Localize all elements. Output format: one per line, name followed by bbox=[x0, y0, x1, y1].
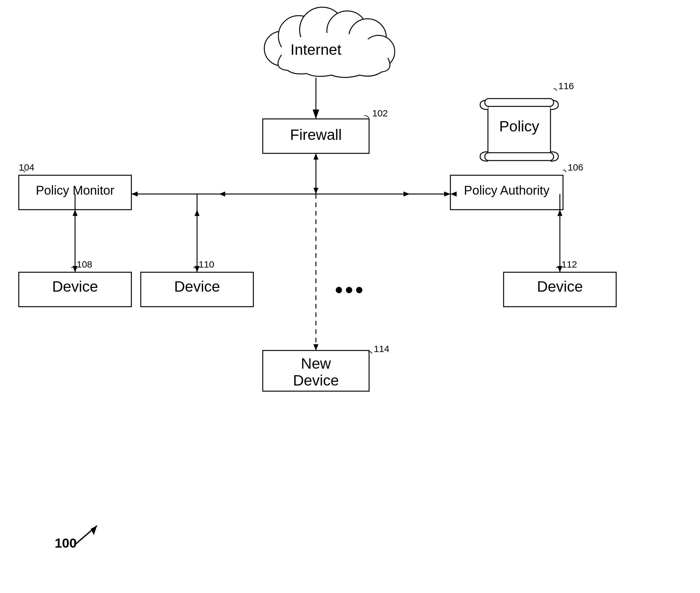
firewall-ref: 102 bbox=[372, 108, 388, 118]
network-diagram: Internet Firewall 102 Policy Monitor 104… bbox=[0, 0, 700, 593]
bus-to-pm-arrowhead bbox=[131, 192, 138, 197]
device3-label: Device bbox=[537, 278, 583, 295]
policy-authority-label: Policy Authority bbox=[464, 183, 549, 197]
svg-rect-10 bbox=[485, 153, 553, 161]
svg-text:Policy: Policy bbox=[499, 118, 539, 134]
down-arrowhead bbox=[314, 188, 318, 194]
diagram-number-arrowhead bbox=[91, 526, 97, 535]
svg-rect-9 bbox=[485, 98, 553, 106]
internet-label: Internet bbox=[291, 41, 341, 58]
device3-to-bus-arrowhead bbox=[558, 210, 562, 216]
center-left-arrowhead bbox=[219, 192, 225, 197]
center-right-arrowhead bbox=[404, 192, 410, 197]
new-device-label-line1: New bbox=[301, 355, 331, 372]
device1-ref: 108 bbox=[77, 259, 92, 269]
device2-ref: 110 bbox=[199, 259, 214, 269]
policy-authority-ref: 106 bbox=[568, 162, 583, 172]
diagram-number: 100 bbox=[55, 536, 77, 550]
device2-to-bus-arrowhead bbox=[195, 210, 200, 216]
bus-to-newdevice-arrowhead bbox=[314, 344, 318, 351]
device2-label: Device bbox=[174, 278, 220, 295]
up-arrowhead bbox=[314, 153, 318, 160]
device1-to-bus-arrowhead bbox=[73, 210, 78, 216]
policy-monitor-ref: 104 bbox=[19, 162, 34, 172]
new-device-ref: 114 bbox=[374, 344, 389, 354]
policy-ref: 116 bbox=[558, 81, 574, 91]
policy-scroll: Policy bbox=[480, 98, 558, 161]
firewall-ref-bracket bbox=[364, 116, 369, 118]
bus-to-pa-arrowhead bbox=[444, 192, 450, 197]
firewall-label: Firewall bbox=[290, 126, 341, 143]
device1-label: Device bbox=[52, 278, 98, 295]
ellipsis: ••• bbox=[335, 278, 366, 302]
device3-ref: 112 bbox=[562, 259, 577, 269]
new-device-label-line2: Device bbox=[293, 372, 339, 389]
